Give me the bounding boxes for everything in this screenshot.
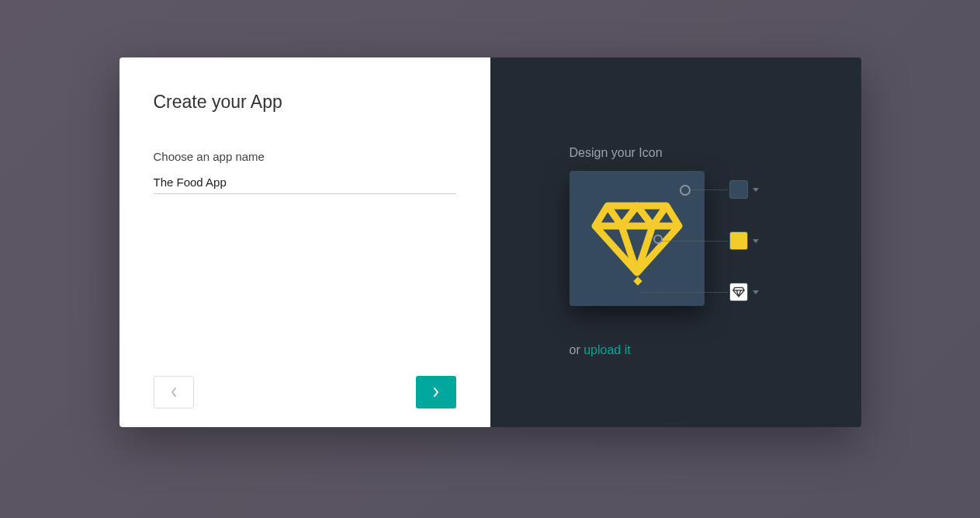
background-color-picker[interactable] <box>729 180 759 199</box>
wizard-nav <box>154 376 456 408</box>
chevron-left-icon <box>171 388 177 397</box>
swatch-column <box>729 171 759 301</box>
chevron-right-icon <box>433 388 439 397</box>
connector-line <box>692 189 728 190</box>
diamond-icon <box>732 287 745 297</box>
foreground-marker <box>653 235 663 244</box>
design-icon-panel: Design your Icon <box>490 57 861 427</box>
design-icon-title: Design your Icon <box>570 146 827 160</box>
next-button[interactable] <box>416 376 456 408</box>
background-swatch <box>729 180 748 199</box>
wizard-card: Create your App Choose an app name Desig… <box>119 57 861 427</box>
create-app-panel: Create your App Choose an app name <box>119 57 490 427</box>
chevron-down-icon <box>753 188 759 192</box>
previous-button[interactable] <box>154 376 194 408</box>
page-title: Create your App <box>154 92 456 113</box>
icon-shape-picker[interactable] <box>729 283 759 301</box>
upload-link[interactable]: upload it <box>583 343 631 356</box>
connector-line <box>661 241 728 242</box>
app-name-input[interactable] <box>154 172 456 194</box>
icon-preview <box>570 171 705 306</box>
upload-prefix: or <box>570 343 584 356</box>
upload-row: or upload it <box>570 343 827 357</box>
connector-line <box>641 292 728 293</box>
icon-designer <box>570 171 827 306</box>
icon-marker <box>633 276 642 285</box>
foreground-color-picker[interactable] <box>729 231 759 250</box>
diamond-icon <box>590 200 684 277</box>
app-name-label: Choose an app name <box>154 150 456 163</box>
chevron-down-icon <box>753 239 759 243</box>
foreground-swatch <box>729 231 748 250</box>
icon-shape-swatch <box>729 283 748 301</box>
background-marker <box>680 185 691 196</box>
chevron-down-icon <box>753 290 759 294</box>
